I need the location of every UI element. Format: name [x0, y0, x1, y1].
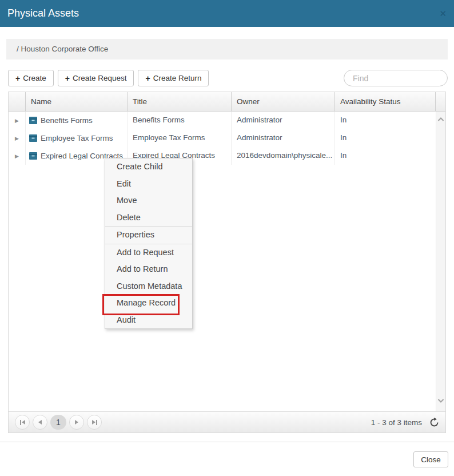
column-header-expand: [9, 92, 26, 111]
expand-arrow-icon: ▶: [15, 148, 19, 165]
scroll-up-icon[interactable]: [437, 117, 444, 122]
title-cell: Employee Tax Forms: [128, 129, 232, 147]
pager-right: 1 - 3 of 3 items: [371, 418, 439, 427]
owner-cell: Administrator: [232, 112, 335, 129]
close-icon[interactable]: ✕: [439, 9, 447, 18]
close-button[interactable]: Close: [413, 451, 448, 467]
expand-cell[interactable]: ▶: [9, 112, 26, 129]
expand-arrow-icon: ▶: [15, 130, 19, 147]
name-cell: Benefits Forms: [26, 112, 128, 129]
asset-name: Benefits Forms: [41, 116, 93, 125]
create-request-button[interactable]: + Create Request: [58, 70, 134, 86]
assets-grid: Name Title Owner Availability Status ▶ B…: [8, 92, 446, 433]
toolbar: + Create + Create Request + Create Retur…: [8, 70, 448, 86]
asset-name: Employee Tax Forms: [41, 134, 113, 142]
menu-item-move[interactable]: Move: [105, 192, 192, 209]
next-page-button[interactable]: [69, 415, 84, 430]
plus-icon: +: [65, 74, 70, 83]
previous-page-icon: [38, 420, 42, 425]
asset-box-icon: [29, 117, 37, 124]
menu-item-add-to-return[interactable]: Add to Return: [105, 261, 192, 278]
expand-cell[interactable]: ▶: [9, 147, 26, 165]
vertical-scrollbar[interactable]: [436, 112, 445, 411]
asset-box-icon: [29, 134, 37, 142]
dialog-titlebar: Physical Assets ✕: [0, 0, 454, 27]
menu-item-create-child[interactable]: Create Child: [105, 158, 192, 176]
name-cell: Employee Tax Forms: [26, 129, 128, 147]
create-request-button-label: Create Request: [73, 74, 127, 82]
plus-icon: +: [145, 74, 150, 83]
refresh-icon[interactable]: [429, 418, 439, 427]
create-button[interactable]: + Create: [8, 70, 54, 86]
owner-cell: Administrator: [232, 129, 335, 147]
previous-page-button[interactable]: [33, 415, 47, 430]
menu-item-custom-metadata[interactable]: Custom Metadata: [105, 278, 192, 295]
first-page-icon: [20, 420, 21, 425]
create-button-label: Create: [23, 74, 46, 82]
scroll-down-icon[interactable]: [437, 398, 444, 403]
pager-info: 1 - 3 of 3 items: [371, 418, 422, 427]
grid-body: ▶ Benefits Forms Benefits Forms Administ…: [9, 112, 445, 411]
expand-cell[interactable]: ▶: [9, 129, 26, 147]
menu-item-properties[interactable]: Properties: [105, 227, 192, 244]
grid-pager: 1 1 - 3 of 3 items: [9, 411, 445, 433]
menu-item-add-to-request[interactable]: Add to Request: [105, 244, 192, 261]
last-page-button[interactable]: [87, 415, 102, 430]
dialog-footer: Close: [0, 442, 454, 467]
grid-rows: ▶ Benefits Forms Benefits Forms Administ…: [9, 112, 436, 165]
column-header-availability-status[interactable]: Availability Status: [335, 92, 436, 111]
last-page-icon: [92, 420, 95, 425]
owner-cell: 2016devdomain\physicale...: [232, 147, 335, 165]
table-row[interactable]: ▶ Benefits Forms Benefits Forms Administ…: [9, 112, 436, 129]
first-page-button[interactable]: [15, 415, 30, 430]
menu-item-manage-record[interactable]: Manage Record: [105, 295, 192, 312]
status-cell: In: [335, 129, 436, 147]
asset-box-icon: [29, 152, 37, 160]
create-return-button[interactable]: + Create Return: [138, 70, 209, 86]
menu-item-audit[interactable]: Audit: [105, 312, 192, 329]
context-menu: Create Child Edit Move Delete Properties…: [105, 158, 193, 329]
grid-header: Name Title Owner Availability Status: [9, 92, 445, 112]
column-header-title[interactable]: Title: [128, 92, 232, 111]
next-page-icon: [75, 420, 78, 425]
status-cell: In: [335, 112, 436, 129]
menu-item-delete[interactable]: Delete: [105, 209, 192, 227]
status-cell: In: [335, 147, 436, 165]
title-cell: Benefits Forms: [128, 112, 232, 129]
find-input[interactable]: [344, 70, 448, 86]
create-return-button-label: Create Return: [153, 74, 202, 82]
plus-icon: +: [15, 74, 20, 83]
column-header-owner[interactable]: Owner: [232, 92, 335, 111]
column-header-name[interactable]: Name: [26, 92, 128, 111]
table-row[interactable]: ▶ Expired Legal Contracts Expired Legal …: [9, 147, 436, 165]
breadcrumb[interactable]: / Houston Corporate Office: [6, 39, 448, 60]
column-header-scrollbar-filler: [436, 92, 445, 111]
current-page-button[interactable]: 1: [50, 415, 66, 430]
table-row[interactable]: ▶ Employee Tax Forms Employee Tax Forms …: [9, 129, 436, 147]
menu-item-edit[interactable]: Edit: [105, 176, 192, 193]
dialog-title: Physical Assets: [7, 7, 439, 19]
expand-arrow-icon: ▶: [15, 112, 19, 129]
